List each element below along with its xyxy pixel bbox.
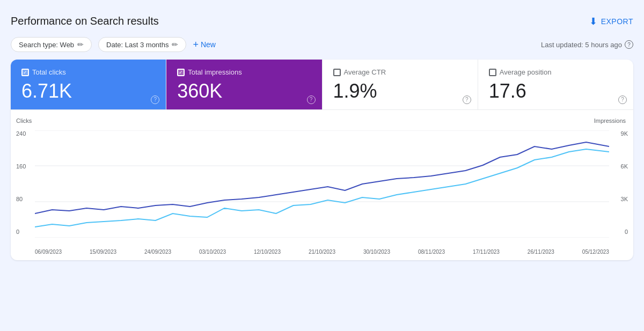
last-updated-help-icon[interactable]: ?	[625, 40, 633, 49]
performance-card: Total clicks 6.71K ? Total impressions 3…	[11, 60, 633, 260]
right-y-axis: 9K 6K 3K 0	[621, 130, 628, 235]
last-updated-text: Last updated: 5 hours ago	[541, 41, 622, 49]
chart-svg-container	[35, 130, 609, 238]
export-icon: ⬇	[589, 16, 598, 27]
left-y-label-2: 80	[16, 196, 26, 202]
metric-tile-ctr[interactable]: Average CTR 1.9% ?	[323, 60, 478, 109]
date-filter[interactable]: Date: Last 3 months ✏	[98, 37, 186, 52]
metric-help-impressions[interactable]: ?	[307, 95, 316, 104]
metric-value-ctr: 1.9%	[333, 80, 467, 102]
new-button[interactable]: + New	[193, 39, 216, 50]
export-button[interactable]: ⬇ EXPORT	[589, 16, 633, 27]
page-title: Performance on Search results	[11, 15, 159, 27]
x-label-1: 15/09/2023	[90, 249, 116, 255]
search-type-filter[interactable]: Search type: Web ✏	[11, 37, 92, 52]
left-y-label-3: 0	[16, 229, 26, 235]
export-label: EXPORT	[601, 17, 633, 26]
right-axis-title: Impressions	[594, 117, 626, 124]
chart-area: Clicks Impressions 240 160 80 0 9K 6K 3K…	[11, 110, 633, 260]
metric-value-impressions: 360K	[177, 80, 311, 102]
right-y-label-3: 0	[621, 229, 628, 235]
metric-header-impressions: Total impressions	[177, 68, 311, 76]
metric-label-impressions: Total impressions	[188, 68, 241, 76]
metrics-row: Total clicks 6.71K ? Total impressions 3…	[11, 60, 633, 110]
metric-header-clicks: Total clicks	[21, 68, 155, 76]
x-label-9: 26/11/2023	[528, 249, 554, 255]
metric-checkbox-impressions[interactable]	[177, 69, 185, 76]
main-container: Performance on Search results ⬇ EXPORT S…	[5, 5, 639, 260]
right-y-label-1: 6K	[621, 163, 628, 170]
metric-label-position: Average position	[500, 68, 552, 76]
x-label-7: 08/11/2023	[418, 249, 445, 255]
clicks-line	[35, 142, 609, 214]
search-type-label: Search type: Web	[19, 41, 74, 49]
plus-icon: +	[193, 39, 199, 50]
metric-help-ctr[interactable]: ?	[463, 95, 471, 104]
metric-checkbox-position[interactable]	[489, 69, 496, 76]
metric-value-position: 17.6	[489, 80, 623, 102]
metric-header-ctr: Average CTR	[333, 68, 467, 76]
metric-tile-position[interactable]: Average position 17.6 ?	[478, 60, 633, 109]
x-label-4: 12/10/2023	[254, 249, 281, 255]
chart-svg	[35, 130, 609, 238]
x-label-5: 21/10/2023	[309, 249, 335, 255]
left-y-label-1: 160	[16, 163, 26, 170]
last-updated: Last updated: 5 hours ago ?	[541, 40, 633, 49]
header-row: Performance on Search results ⬇ EXPORT	[11, 11, 633, 34]
left-y-axis: 240 160 80 0	[16, 130, 26, 235]
metric-help-position[interactable]: ?	[618, 95, 627, 104]
x-label-8: 17/11/2023	[473, 249, 500, 255]
metric-tile-total-impressions[interactable]: Total impressions 360K ?	[166, 60, 322, 109]
metric-checkbox-ctr[interactable]	[333, 69, 341, 76]
x-axis-labels: 06/09/2023 15/09/2023 24/09/2023 03/10/2…	[35, 249, 609, 255]
metric-header-position: Average position	[489, 68, 623, 76]
metric-help-clicks[interactable]: ?	[151, 95, 159, 104]
left-y-label-0: 240	[16, 130, 26, 137]
left-axis-title: Clicks	[16, 117, 32, 124]
x-label-2: 24/09/2023	[144, 249, 171, 255]
date-label: Date: Last 3 months	[106, 41, 169, 49]
metric-checkbox-clicks[interactable]	[21, 69, 29, 76]
edit-search-type-icon: ✏	[77, 40, 84, 49]
metric-label-ctr: Average CTR	[344, 68, 386, 76]
metric-tile-total-clicks[interactable]: Total clicks 6.71K ?	[11, 60, 166, 109]
metric-label-clicks: Total clicks	[32, 68, 66, 76]
right-y-label-2: 3K	[621, 196, 628, 202]
x-label-6: 30/10/2023	[363, 249, 390, 255]
x-label-10: 05/12/2023	[582, 249, 609, 255]
new-label: New	[201, 40, 216, 49]
metric-value-clicks: 6.71K	[21, 80, 155, 102]
x-label-3: 03/10/2023	[199, 249, 226, 255]
x-label-0: 06/09/2023	[35, 249, 62, 255]
right-y-label-0: 9K	[621, 130, 628, 137]
filter-row: Search type: Web ✏ Date: Last 3 months ✏…	[11, 34, 633, 60]
edit-date-icon: ✏	[172, 40, 178, 49]
